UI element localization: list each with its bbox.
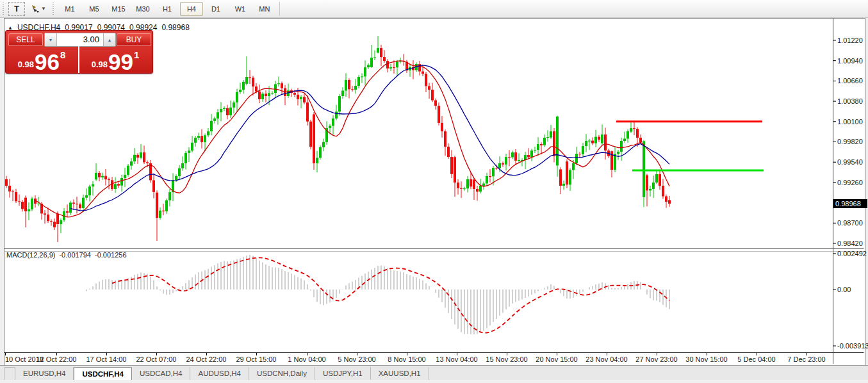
bar-close-value: 0.98968 [161, 23, 189, 32]
macd-indicator-label: MACD(12,26,9) -0.001794 -0.001256 [6, 251, 127, 259]
price-axis-label: 0.98700 [837, 219, 863, 227]
price-axis-label: 1.00660 [837, 77, 863, 85]
one-click-trade-panel: SELL ▼ 3.00 ▲ BUY 0.98 96 8 0.98 99 1 [5, 30, 153, 74]
time-axis-label: 23 Nov 04:00 [585, 355, 627, 363]
price-axis-label: 1.01220 [837, 37, 863, 44]
arrow-up-icon: ▲ [108, 38, 112, 42]
arrow-down-icon: ▼ [49, 38, 53, 42]
time-axis-label: 22 Oct 07:00 [136, 355, 177, 363]
buy-price-prefix: 0.98 [92, 60, 108, 69]
buy-price-sup: 1 [134, 49, 139, 60]
status-strip [0, 380, 868, 383]
macd-axis-label: 0.002492 [837, 250, 867, 257]
price-axis-label: 0.99820 [837, 138, 863, 145]
price-axis-label: 1.00380 [837, 97, 863, 105]
time-axis-label: 7 Dec 23:00 [787, 355, 825, 363]
sell-price-main: 96 [35, 53, 60, 72]
macd-main-value: -0.001794 [59, 251, 91, 259]
macd-signal-value: -0.001256 [95, 251, 127, 259]
tab-usdcad-h4[interactable]: USDCAD,H4 [132, 367, 190, 380]
price-axis-label: 0.99540 [837, 158, 863, 166]
tab-stub[interactable] [4, 367, 15, 380]
volume-stepper: ▼ 3.00 ▲ [44, 33, 116, 47]
time-axis-label: 20 Nov 15:00 [536, 355, 577, 363]
buy-price-display[interactable]: 0.98 99 1 [79, 46, 151, 74]
time-axis-label: 24 Oct 22:00 [186, 355, 227, 363]
price-axis-label: 1.00100 [837, 118, 863, 126]
tab-usdjpy-h1[interactable]: USDJPY,H1 [315, 367, 371, 380]
tab-usdcnh-daily[interactable]: USDCNH,Daily [249, 367, 315, 380]
buy-button[interactable]: BUY [117, 33, 151, 46]
macd-name: MACD(12,26,9) [6, 251, 55, 259]
volume-increase-button[interactable]: ▲ [103, 33, 115, 46]
sell-price-sup: 8 [60, 49, 65, 60]
tab-eurusd-h4[interactable]: EURUSD,H4 [15, 367, 74, 380]
sell-button[interactable]: SELL [8, 33, 43, 46]
buy-price-main: 99 [108, 53, 133, 72]
macd-axis-label: 0.00 [837, 286, 851, 293]
time-axis-label: 30 Nov 15:00 [685, 355, 727, 363]
current-price-tag: 0.98968 [833, 199, 867, 208]
volume-input[interactable]: 3.00 [57, 33, 103, 46]
buy-button-label: BUY [126, 35, 142, 44]
macd-axis-label: -0.003913 [837, 342, 868, 350]
sell-price-prefix: 0.98 [18, 60, 34, 69]
tab-usdchf-h4[interactable]: USDCHF,H4 [74, 367, 132, 380]
price-axis-label: 0.99260 [837, 179, 863, 186]
time-axis-label: 29 Oct 15:00 [236, 355, 277, 363]
sell-price-display[interactable]: 0.98 96 8 [6, 46, 78, 74]
price-axis-label: 0.98420 [837, 240, 863, 247]
ma-slow-line [70, 65, 669, 211]
time-axis-label: 12 Oct 22:00 [37, 355, 77, 363]
price-axis-label: 1.00940 [837, 57, 863, 65]
tab-audusd-h4[interactable]: AUDUSD,H4 [190, 367, 249, 380]
macd-signal-line [112, 257, 669, 332]
time-axis-label: 27 Nov 23:00 [635, 355, 677, 363]
time-axis-label: 5 Nov 23:00 [338, 355, 375, 363]
ma-fast-line [35, 61, 669, 217]
symbol-tab-bar: EURUSD,H4USDCHF,H4USDCAD,H4AUDUSD,H4USDC… [0, 365, 868, 380]
time-axis-label: 1 Nov 04:00 [288, 355, 325, 363]
tab-xauusd-h1[interactable]: XAUUSD,H1 [371, 367, 429, 380]
sell-button-label: SELL [16, 35, 35, 44]
volume-decrease-button[interactable]: ▼ [45, 33, 57, 46]
time-axis-label: 8 Nov 15:00 [388, 355, 425, 363]
time-axis-label: 15 Nov 23:00 [486, 355, 527, 363]
time-axis-label: 13 Nov 04:00 [436, 355, 477, 363]
time-axis-label: 5 Dec 04:00 [737, 355, 775, 363]
time-axis-label: 17 Oct 14:00 [86, 355, 127, 363]
